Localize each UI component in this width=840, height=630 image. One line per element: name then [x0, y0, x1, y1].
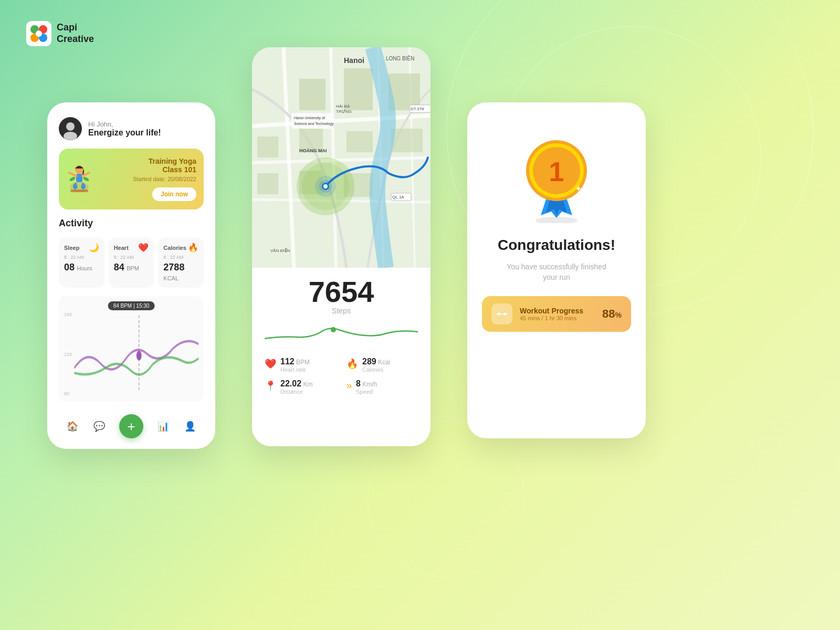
steps-label: Steps — [332, 307, 351, 315]
svg-rect-58 — [504, 312, 505, 316]
sleep-icon: 🌙 — [89, 243, 99, 253]
svg-point-5 — [36, 30, 42, 37]
workout-label: Workout Progress — [520, 307, 595, 315]
speed-value: 8 — [356, 379, 361, 388]
svg-point-12 — [69, 176, 76, 182]
activity-cards: Sleep 🌙 8 : 22 AM 08 Hours Heart ❤️ 8 : … — [59, 237, 204, 288]
workout-dumbbell-icon — [496, 308, 508, 320]
phone1: Hi John, Energize your life! — [47, 102, 215, 449]
medal-area: 1 ✦ ✦ ✦ — [514, 123, 598, 223]
svg-text:HOÀNG MAI: HOÀNG MAI — [299, 148, 327, 153]
map-area: Hanoi LONG BIÊN HÀI BÀ TRƯNG HOÀNG MAI V… — [252, 47, 430, 268]
svg-rect-24 — [257, 173, 278, 194]
heart-label: Heart — [114, 245, 129, 251]
training-date: Started date: 20/08/2022 — [133, 176, 196, 182]
training-info: Training Yoga Class 101 Started date: 20… — [113, 157, 196, 201]
workout-info: Workout Progress 45 mins / 1 hr 30 mins — [520, 307, 595, 321]
nav-add-button[interactable]: + — [119, 414, 143, 438]
svg-text:Science and Technology: Science and Technology — [294, 122, 334, 126]
steps-number: 7654 — [309, 277, 374, 307]
svg-text:Hanoi: Hanoi — [344, 56, 364, 65]
svg-rect-17 — [299, 79, 326, 110]
heartrate-value: 112 — [280, 357, 295, 366]
speed-unit: Km/h — [361, 381, 377, 388]
heartrate-icon: ❤️ — [265, 358, 276, 370]
svg-text:QL.1A: QL.1A — [392, 195, 404, 200]
heart-value: 84 — [114, 262, 124, 272]
speed-label: Speed — [356, 388, 377, 395]
svg-text:✦: ✦ — [580, 145, 586, 154]
distance-value: 22.02 — [280, 379, 301, 388]
svg-point-15 — [136, 351, 142, 360]
activity-calories: Calories 🔥 8 : 22 AM 2788 KCAL — [158, 237, 204, 288]
activity-sleep: Sleep 🌙 8 : 22 AM 08 Hours — [59, 237, 104, 288]
heart-time: 8 : 22 AM — [114, 255, 149, 260]
user-greeting: Hi John, Energize your life! — [88, 120, 161, 138]
congrats-title: Congratulations! — [498, 237, 615, 254]
distance-label: Distance — [280, 388, 312, 395]
svg-rect-10 — [76, 174, 82, 182]
workout-icon — [491, 303, 512, 324]
congrats-subtitle: You have successfully finishedyour run — [507, 262, 606, 282]
distance-unit: Km — [301, 381, 312, 388]
svg-rect-57 — [500, 313, 504, 314]
chart-area: 84 BPM | 15:30 160 120 80 — [59, 296, 204, 402]
svg-text:TRƯNG: TRƯNG — [336, 109, 352, 114]
svg-rect-22 — [346, 131, 373, 152]
sleep-label: Sleep — [64, 245, 79, 251]
steps-chart — [265, 320, 418, 346]
svg-text:1: 1 — [549, 156, 564, 187]
sleep-time: 8 : 22 AM — [64, 255, 99, 260]
svg-point-6 — [66, 122, 75, 131]
svg-rect-23 — [391, 129, 423, 152]
medal-illustration: 1 ✦ ✦ ✦ — [514, 123, 598, 223]
nav-stats-icon[interactable]: 📊 — [156, 419, 171, 434]
svg-text:Hanoi University of: Hanoi University of — [294, 116, 325, 120]
svg-rect-11 — [70, 190, 88, 192]
speed-icon: » — [346, 380, 352, 391]
workout-times: 45 mins / 1 hr 30 mins — [520, 315, 595, 321]
logo-icon — [26, 21, 51, 46]
training-card: Training Yoga Class 101 Started date: 20… — [59, 149, 204, 209]
phone3: 1 ✦ ✦ ✦ Congratulations! You have succes… — [467, 102, 646, 438]
svg-point-32 — [323, 184, 328, 188]
workout-percent: 88% — [602, 307, 622, 321]
stat-calories: 🔥 289 Kcal Calories — [346, 357, 418, 373]
workout-progress-card: Workout Progress 45 mins / 1 hr 30 mins … — [482, 296, 631, 332]
avatar — [59, 117, 82, 140]
user-header: Hi John, Energize your life! — [59, 117, 204, 140]
activity-heart: Heart ❤️ 8 : 22 AM 84 BPM — [109, 237, 154, 288]
svg-point-13 — [82, 176, 89, 182]
svg-text:HÀI BÀ: HÀI BÀ — [336, 104, 350, 109]
stat-distance: 📍 22.02 Km Distance — [265, 379, 336, 395]
stats-grid: ❤️ 112 BPM Heart rate 🔥 289 Kcal Calorie… — [252, 352, 430, 405]
svg-text:✦: ✦ — [575, 184, 582, 193]
svg-rect-20 — [257, 136, 278, 158]
svg-text:DT.378: DT.378 — [411, 107, 424, 111]
calories-stat-unit: Kcal — [376, 359, 391, 366]
nav-home-icon[interactable]: 🏠 — [65, 419, 80, 434]
stat-speed: » 8 Km/h Speed — [346, 379, 418, 395]
heart-unit: BPM — [127, 265, 139, 271]
svg-rect-55 — [497, 313, 499, 315]
svg-text:✦: ✦ — [525, 139, 533, 149]
svg-rect-59 — [505, 313, 507, 315]
activity-title: Activity — [59, 218, 204, 229]
svg-rect-43 — [291, 113, 333, 129]
distance-icon: 📍 — [265, 380, 276, 392]
svg-text:LONG BIÊN: LONG BIÊN — [386, 55, 414, 61]
nav-chat-icon[interactable]: 💬 — [92, 419, 107, 434]
sleep-value: 08 — [64, 262, 75, 272]
calories-value: 2788 — [163, 262, 184, 272]
logo-area: Capi Creative — [26, 21, 94, 46]
calories-stat-value: 289 — [362, 357, 376, 366]
nav-profile-icon[interactable]: 👤 — [183, 419, 197, 434]
sleep-unit: Hours — [77, 265, 92, 271]
calories-stat-label: Calories — [362, 366, 390, 373]
join-now-button[interactable]: Join now — [152, 187, 196, 201]
steps-section: 7654 Steps — [252, 268, 430, 352]
greeting-hi: Hi John, — [88, 120, 161, 128]
heartrate-unit: BPM — [295, 359, 310, 366]
greeting-energize: Energize your life! — [88, 128, 161, 138]
svg-point-46 — [331, 327, 336, 332]
